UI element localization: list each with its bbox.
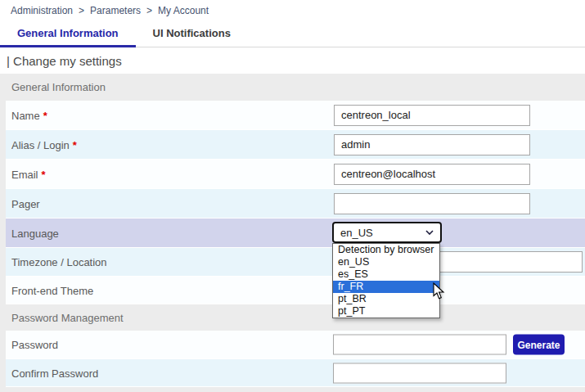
email-label: Email* [11, 168, 46, 180]
breadcrumb-item-administration[interactable]: Administration [11, 5, 73, 16]
language-option-fr-fr[interactable]: fr_FR [333, 281, 439, 293]
confirm-password-field[interactable] [333, 363, 506, 383]
language-option-detection[interactable]: Detection by browser [333, 244, 439, 256]
email-field[interactable] [334, 164, 530, 185]
language-option-en-us[interactable]: en_US [333, 256, 439, 268]
breadcrumb-separator: > [79, 5, 84, 16]
name-label: Name* [11, 109, 47, 121]
breadcrumb-separator: > [146, 5, 152, 16]
row-pager: Pager [6, 189, 585, 219]
settings-form: General Information Name* Alias / Login*… [0, 74, 585, 392]
page-title: | Change my settings [0, 47, 585, 74]
language-select[interactable]: en_US [332, 222, 442, 243]
password-label: Password [11, 339, 58, 351]
confirm-password-label: Confirm Password [11, 367, 98, 379]
row-alias-login: Alias / Login* [6, 130, 585, 160]
required-asterisk: * [42, 168, 46, 180]
tab-bar: General Information UI Notifications [0, 21, 585, 47]
language-option-es-es[interactable]: es_ES [333, 268, 439, 281]
row-confirm-password: Confirm Password [6, 359, 585, 387]
alias-login-label: Alias / Login* [11, 138, 77, 151]
language-dropdown-list: Detection by browser en_US es_ES fr_FR p… [332, 243, 440, 318]
language-option-pt-pt[interactable]: pt_PT [333, 305, 439, 318]
section-password-management: Password Management [0, 304, 585, 331]
pager-field[interactable] [334, 193, 530, 214]
password-field[interactable] [333, 335, 506, 355]
tab-ui-notifications[interactable]: UI Notifications [136, 27, 248, 47]
language-option-pt-br[interactable]: pt_BR [333, 293, 439, 305]
required-asterisk: * [43, 109, 47, 121]
generate-password-button[interactable]: Generate [513, 335, 565, 355]
breadcrumb-item-parameters[interactable]: Parameters [90, 5, 141, 16]
row-front-end-theme: Front-end Theme [6, 277, 585, 304]
bottom-strip [0, 387, 585, 392]
section-general-information: General Information [0, 74, 585, 101]
alias-login-field[interactable] [334, 134, 530, 155]
row-email: Email* [6, 160, 585, 189]
tab-general-information[interactable]: General Information [0, 27, 136, 47]
breadcrumb: Administration > Parameters > My Account [0, 0, 585, 21]
row-password: Password Generate [6, 331, 585, 359]
breadcrumb-item-my-account[interactable]: My Account [158, 5, 209, 16]
my-account-page: Administration > Parameters > My Account… [0, 0, 585, 392]
timezone-label: Timezone / Location [11, 256, 107, 268]
pager-label: Pager [11, 197, 40, 210]
required-asterisk: * [73, 138, 77, 151]
language-select-value: en_US [340, 227, 373, 239]
front-end-theme-label: Front-end Theme [11, 284, 93, 296]
language-label: Language [11, 227, 59, 239]
row-language: Language en_US [6, 219, 585, 248]
chevron-down-icon [425, 230, 434, 235]
row-timezone: Timezone / Location [6, 248, 585, 277]
name-field[interactable] [334, 105, 530, 126]
row-name: Name* [6, 101, 585, 130]
